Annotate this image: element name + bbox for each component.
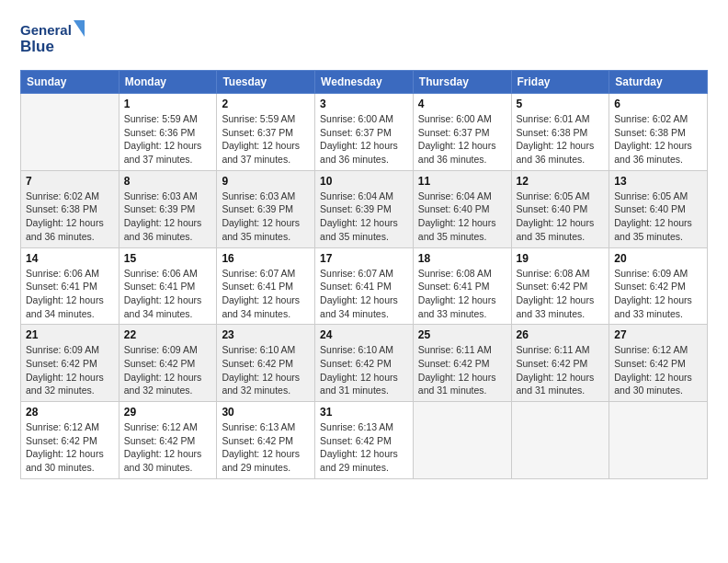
day-number: 12: [517, 175, 605, 188]
day-number: 14: [26, 252, 114, 265]
calendar-day-cell: [511, 402, 609, 479]
calendar-day-cell: 17Sunrise: 6:07 AMSunset: 6:41 PMDayligh…: [315, 247, 414, 325]
day-number: 8: [124, 175, 212, 188]
svg-text:General: General: [20, 22, 72, 38]
page: General Blue SundayMondayTuesdayWednesda…: [0, 0, 728, 563]
calendar-day-cell: 26Sunrise: 6:11 AMSunset: 6:42 PMDayligh…: [511, 325, 609, 402]
day-info: Sunrise: 6:00 AMSunset: 6:37 PMDaylight:…: [418, 112, 506, 167]
day-info: Sunrise: 6:07 AMSunset: 6:41 PMDaylight:…: [222, 267, 310, 321]
day-info: Sunrise: 6:04 AMSunset: 6:40 PMDaylight:…: [418, 190, 506, 244]
calendar-header-wednesday: Wednesday: [315, 71, 414, 94]
calendar-week-row: 7Sunrise: 6:02 AMSunset: 6:38 PMDaylight…: [21, 170, 708, 247]
calendar-day-cell: 31Sunrise: 6:13 AMSunset: 6:42 PMDayligh…: [315, 402, 414, 479]
day-info: Sunrise: 6:00 AMSunset: 6:37 PMDaylight:…: [320, 112, 408, 167]
day-number: 2: [222, 98, 310, 110]
day-info: Sunrise: 6:03 AMSunset: 6:39 PMDaylight:…: [222, 190, 310, 244]
day-info: Sunrise: 6:06 AMSunset: 6:41 PMDaylight:…: [26, 267, 114, 321]
calendar-day-cell: [21, 94, 119, 171]
day-number: 23: [222, 328, 310, 341]
calendar-day-cell: 30Sunrise: 6:13 AMSunset: 6:42 PMDayligh…: [217, 402, 315, 479]
calendar-day-cell: 9Sunrise: 6:03 AMSunset: 6:39 PMDaylight…: [217, 170, 315, 247]
calendar-week-row: 21Sunrise: 6:09 AMSunset: 6:42 PMDayligh…: [21, 325, 708, 402]
calendar-table: SundayMondayTuesdayWednesdayThursdayFrid…: [20, 70, 708, 479]
calendar-day-cell: 15Sunrise: 6:06 AMSunset: 6:41 PMDayligh…: [119, 247, 217, 325]
day-info: Sunrise: 6:12 AMSunset: 6:42 PMDaylight:…: [124, 420, 212, 475]
calendar-day-cell: 13Sunrise: 6:05 AMSunset: 6:40 PMDayligh…: [609, 170, 708, 247]
day-number: 11: [418, 175, 506, 188]
calendar-day-cell: 24Sunrise: 6:10 AMSunset: 6:42 PMDayligh…: [315, 325, 414, 402]
calendar-day-cell: 22Sunrise: 6:09 AMSunset: 6:42 PMDayligh…: [119, 325, 217, 402]
day-info: Sunrise: 6:09 AMSunset: 6:42 PMDaylight:…: [614, 267, 702, 321]
calendar-week-row: 1Sunrise: 5:59 AMSunset: 6:36 PMDaylight…: [21, 94, 708, 171]
day-info: Sunrise: 6:07 AMSunset: 6:41 PMDaylight:…: [320, 267, 408, 321]
day-number: 28: [26, 406, 114, 419]
calendar-day-cell: 27Sunrise: 6:12 AMSunset: 6:42 PMDayligh…: [609, 325, 708, 402]
calendar-week-row: 28Sunrise: 6:12 AMSunset: 6:42 PMDayligh…: [21, 402, 708, 479]
day-number: 29: [124, 406, 212, 419]
day-info: Sunrise: 6:01 AMSunset: 6:38 PMDaylight:…: [517, 112, 605, 167]
day-info: Sunrise: 6:03 AMSunset: 6:39 PMDaylight:…: [124, 190, 212, 244]
calendar-day-cell: 18Sunrise: 6:08 AMSunset: 6:41 PMDayligh…: [413, 247, 511, 325]
svg-text:Blue: Blue: [20, 38, 54, 55]
day-info: Sunrise: 5:59 AMSunset: 6:36 PMDaylight:…: [124, 112, 212, 167]
day-number: 18: [418, 252, 506, 265]
day-info: Sunrise: 6:12 AMSunset: 6:42 PMDaylight:…: [614, 343, 702, 397]
day-info: Sunrise: 6:08 AMSunset: 6:41 PMDaylight:…: [418, 267, 506, 321]
calendar-day-cell: 7Sunrise: 6:02 AMSunset: 6:38 PMDaylight…: [21, 170, 119, 247]
day-number: 10: [320, 175, 408, 188]
day-info: Sunrise: 6:08 AMSunset: 6:42 PMDaylight:…: [517, 267, 605, 321]
day-number: 16: [222, 252, 310, 265]
calendar-week-row: 14Sunrise: 6:06 AMSunset: 6:41 PMDayligh…: [21, 247, 708, 325]
day-info: Sunrise: 6:09 AMSunset: 6:42 PMDaylight:…: [26, 343, 114, 397]
day-number: 31: [320, 406, 408, 419]
calendar-header-monday: Monday: [119, 71, 217, 94]
day-number: 24: [320, 328, 408, 341]
day-number: 22: [124, 328, 212, 341]
calendar-header-friday: Friday: [511, 71, 609, 94]
day-number: 5: [517, 98, 605, 110]
day-info: Sunrise: 6:12 AMSunset: 6:42 PMDaylight:…: [26, 420, 114, 475]
day-number: 21: [26, 328, 114, 341]
calendar-day-cell: 6Sunrise: 6:02 AMSunset: 6:38 PMDaylight…: [609, 94, 708, 171]
calendar-day-cell: [413, 402, 511, 479]
calendar-day-cell: 20Sunrise: 6:09 AMSunset: 6:42 PMDayligh…: [609, 247, 708, 325]
day-number: 13: [614, 175, 702, 188]
day-number: 25: [418, 328, 506, 341]
day-number: 20: [614, 252, 702, 265]
calendar-header-thursday: Thursday: [413, 71, 511, 94]
day-info: Sunrise: 6:13 AMSunset: 6:42 PMDaylight:…: [320, 420, 408, 475]
calendar-header-saturday: Saturday: [609, 71, 708, 94]
calendar-day-cell: 11Sunrise: 6:04 AMSunset: 6:40 PMDayligh…: [413, 170, 511, 247]
calendar-day-cell: 4Sunrise: 6:00 AMSunset: 6:37 PMDaylight…: [413, 94, 511, 171]
day-number: 9: [222, 175, 310, 188]
calendar-header-tuesday: Tuesday: [217, 71, 315, 94]
day-info: Sunrise: 6:06 AMSunset: 6:41 PMDaylight:…: [124, 267, 212, 321]
calendar-header-row: SundayMondayTuesdayWednesdayThursdayFrid…: [21, 71, 708, 94]
day-info: Sunrise: 6:05 AMSunset: 6:40 PMDaylight:…: [517, 190, 605, 244]
calendar-day-cell: 8Sunrise: 6:03 AMSunset: 6:39 PMDaylight…: [119, 170, 217, 247]
calendar-day-cell: 2Sunrise: 5:59 AMSunset: 6:37 PMDaylight…: [217, 94, 315, 171]
day-info: Sunrise: 6:02 AMSunset: 6:38 PMDaylight:…: [614, 112, 702, 167]
day-number: 4: [418, 98, 506, 110]
calendar-day-cell: 23Sunrise: 6:10 AMSunset: 6:42 PMDayligh…: [217, 325, 315, 402]
header: General Blue: [20, 17, 708, 61]
day-number: 27: [614, 328, 702, 341]
calendar-day-cell: 14Sunrise: 6:06 AMSunset: 6:41 PMDayligh…: [21, 247, 119, 325]
calendar-day-cell: 28Sunrise: 6:12 AMSunset: 6:42 PMDayligh…: [21, 402, 119, 479]
day-info: Sunrise: 6:09 AMSunset: 6:42 PMDaylight:…: [124, 343, 212, 397]
day-info: Sunrise: 6:11 AMSunset: 6:42 PMDaylight:…: [517, 343, 605, 397]
logo-svg: General Blue: [20, 17, 85, 61]
day-info: Sunrise: 6:10 AMSunset: 6:42 PMDaylight:…: [320, 343, 408, 397]
calendar-day-cell: 25Sunrise: 6:11 AMSunset: 6:42 PMDayligh…: [413, 325, 511, 402]
calendar-header-sunday: Sunday: [21, 71, 119, 94]
calendar-day-cell: 1Sunrise: 5:59 AMSunset: 6:36 PMDaylight…: [119, 94, 217, 171]
calendar-day-cell: 12Sunrise: 6:05 AMSunset: 6:40 PMDayligh…: [511, 170, 609, 247]
day-info: Sunrise: 6:02 AMSunset: 6:38 PMDaylight:…: [26, 190, 114, 244]
day-info: Sunrise: 6:04 AMSunset: 6:39 PMDaylight:…: [320, 190, 408, 244]
day-number: 6: [614, 98, 702, 110]
calendar-day-cell: [609, 402, 708, 479]
day-number: 7: [26, 175, 114, 188]
calendar-day-cell: 29Sunrise: 6:12 AMSunset: 6:42 PMDayligh…: [119, 402, 217, 479]
day-number: 19: [517, 252, 605, 265]
logo: General Blue: [20, 17, 85, 61]
